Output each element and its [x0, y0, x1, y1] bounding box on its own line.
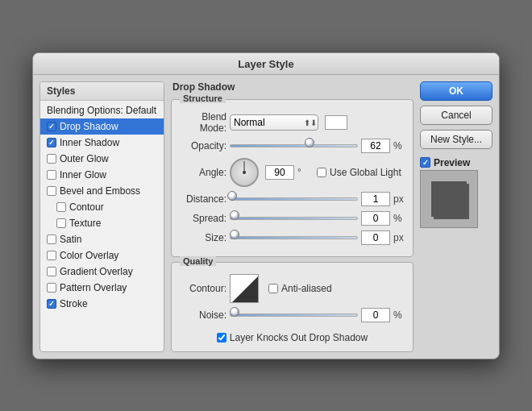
- layer-knocks-row: Layer Knocks Out Drop Shadow: [180, 327, 405, 345]
- sidebar-item-inner-shadow[interactable]: Inner Shadow: [40, 135, 164, 151]
- opacity-input[interactable]: [361, 139, 390, 153]
- sidebar-item-texture[interactable]: Texture: [40, 215, 164, 231]
- opacity-thumb[interactable]: [305, 138, 314, 147]
- sidebar-item-color-overlay[interactable]: Color Overlay: [40, 247, 164, 264]
- blend-mode-label: Blend Mode:: [180, 111, 227, 134]
- global-light-checkbox[interactable]: [317, 168, 326, 177]
- structure-section: Structure Blend Mode: Normal ⬆⬇: [171, 99, 414, 257]
- styles-panel: Styles Blending Options: Default Drop Sh…: [39, 81, 164, 352]
- color-overlay-checkbox[interactable]: [47, 251, 56, 260]
- new-style-button[interactable]: New Style...: [420, 130, 493, 149]
- noise-row: Noise: %: [180, 308, 405, 322]
- gradient-overlay-checkbox[interactable]: [47, 267, 56, 276]
- global-light-check[interactable]: Use Global Light: [317, 167, 401, 178]
- sidebar-item-drop-shadow[interactable]: Drop Shadow: [40, 118, 164, 135]
- sidebar-item-inner-glow[interactable]: Inner Glow: [40, 167, 164, 183]
- sidebar-item-bevel-emboss[interactable]: Bevel and Emboss: [40, 183, 164, 199]
- sidebar-item-label: Gradient Overlay: [60, 266, 133, 277]
- anti-aliased-checkbox[interactable]: [268, 284, 278, 293]
- contour-label: Contour:: [180, 283, 227, 294]
- preview-label-row: Preview: [420, 157, 493, 168]
- spread-unit: %: [393, 213, 405, 224]
- opacity-slider[interactable]: [230, 141, 358, 151]
- pattern-overlay-checkbox[interactable]: [47, 283, 56, 293]
- sidebar-item-stroke[interactable]: Stroke: [40, 296, 164, 312]
- preview-checkbox[interactable]: [420, 157, 430, 168]
- ok-button[interactable]: OK: [420, 81, 493, 101]
- blend-mode-row: Blend Mode: Normal ⬆⬇: [180, 111, 405, 134]
- contour-arrow-icon: ▼: [251, 294, 257, 301]
- opacity-unit: %: [393, 140, 405, 152]
- sidebar-item-blending[interactable]: Blending Options: Default: [40, 102, 164, 118]
- sidebar-item-label: Stroke: [60, 298, 88, 309]
- spread-input[interactable]: [361, 211, 390, 226]
- satin-checkbox[interactable]: [47, 235, 56, 244]
- angle-label: Angle:: [180, 167, 227, 178]
- spread-thumb[interactable]: [230, 210, 239, 220]
- layer-knocks-label: Layer Knocks Out Drop Shadow: [230, 332, 368, 343]
- size-unit: px: [393, 232, 405, 243]
- contour-checkbox[interactable]: [56, 202, 66, 212]
- noise-input[interactable]: [361, 308, 390, 322]
- cancel-button[interactable]: Cancel: [420, 106, 493, 125]
- size-label: Size:: [180, 232, 227, 243]
- sidebar-item-label: Bevel and Emboss: [60, 185, 140, 197]
- size-input[interactable]: [361, 230, 390, 245]
- right-panel: OK Cancel New Style... Preview: [420, 81, 493, 352]
- angle-unit: °: [297, 167, 309, 178]
- size-row: Size: px: [180, 230, 405, 245]
- anti-aliased-check[interactable]: Anti-aliased: [268, 283, 332, 294]
- outer-glow-checkbox[interactable]: [47, 154, 56, 164]
- stroke-checkbox[interactable]: [47, 299, 56, 309]
- sidebar-item-outer-glow[interactable]: Outer Glow: [40, 151, 164, 167]
- structure-title: Structure: [180, 93, 226, 103]
- texture-checkbox[interactable]: [56, 218, 66, 228]
- sidebar-item-label: Contour: [69, 201, 104, 213]
- sidebar-item-pattern-overlay[interactable]: Pattern Overlay: [40, 280, 164, 296]
- inner-shadow-checkbox[interactable]: [47, 138, 56, 147]
- inner-glow-checkbox[interactable]: [47, 170, 56, 180]
- distance-input[interactable]: [361, 192, 390, 206]
- size-slider[interactable]: [230, 233, 358, 243]
- sidebar-item-gradient-overlay[interactable]: Gradient Overlay: [40, 264, 164, 280]
- spread-slider[interactable]: [230, 214, 358, 223]
- sidebar-item-label: Drop Shadow: [60, 121, 118, 132]
- sidebar-item-contour[interactable]: Contour: [40, 199, 164, 215]
- sidebar-item-label: Blending Options: Default: [47, 105, 156, 116]
- angle-row: Angle: ° Use Global Light: [180, 158, 405, 187]
- contour-preview[interactable]: ▼: [230, 274, 259, 303]
- quality-section: Quality Contour: ▼ Anti-alia: [171, 262, 414, 352]
- sidebar-item-label: Inner Glow: [60, 169, 106, 181]
- sidebar-item-label: Texture: [69, 218, 101, 229]
- angle-dial[interactable]: [230, 158, 259, 187]
- preview-box: [420, 170, 478, 228]
- opacity-label: Opacity:: [180, 140, 227, 152]
- distance-thumb[interactable]: [227, 191, 237, 201]
- bevel-emboss-checkbox[interactable]: [47, 186, 56, 196]
- sidebar-item-label: Satin: [60, 234, 81, 245]
- noise-label: Noise:: [180, 309, 227, 321]
- distance-unit: px: [393, 193, 405, 205]
- spread-label: Spread:: [180, 213, 227, 224]
- blend-mode-select-wrapper[interactable]: Normal ⬆⬇: [230, 114, 318, 131]
- noise-unit: %: [393, 309, 405, 321]
- styles-panel-header: Styles: [40, 82, 164, 101]
- noise-slider[interactable]: [230, 310, 358, 320]
- drop-shadow-heading: Drop Shadow: [172, 81, 414, 93]
- blend-mode-color-swatch[interactable]: [325, 115, 347, 130]
- blend-mode-select[interactable]: Normal: [230, 114, 318, 131]
- distance-slider[interactable]: [230, 194, 358, 204]
- angle-input[interactable]: [265, 165, 294, 180]
- sidebar-item-label: Pattern Overlay: [60, 282, 127, 293]
- opacity-row: Opacity: %: [180, 139, 405, 153]
- sidebar-item-label: Outer Glow: [60, 153, 109, 164]
- noise-thumb[interactable]: [230, 307, 239, 317]
- drop-shadow-checkbox[interactable]: [47, 122, 56, 131]
- size-thumb[interactable]: [230, 230, 239, 239]
- preview-area: Preview: [420, 157, 493, 228]
- layer-knocks-checkbox[interactable]: [217, 333, 227, 342]
- sidebar-item-label: Color Overlay: [60, 250, 118, 261]
- preview-label: Preview: [434, 157, 470, 168]
- distance-row: Distance: px: [180, 192, 405, 206]
- sidebar-item-satin[interactable]: Satin: [40, 231, 164, 247]
